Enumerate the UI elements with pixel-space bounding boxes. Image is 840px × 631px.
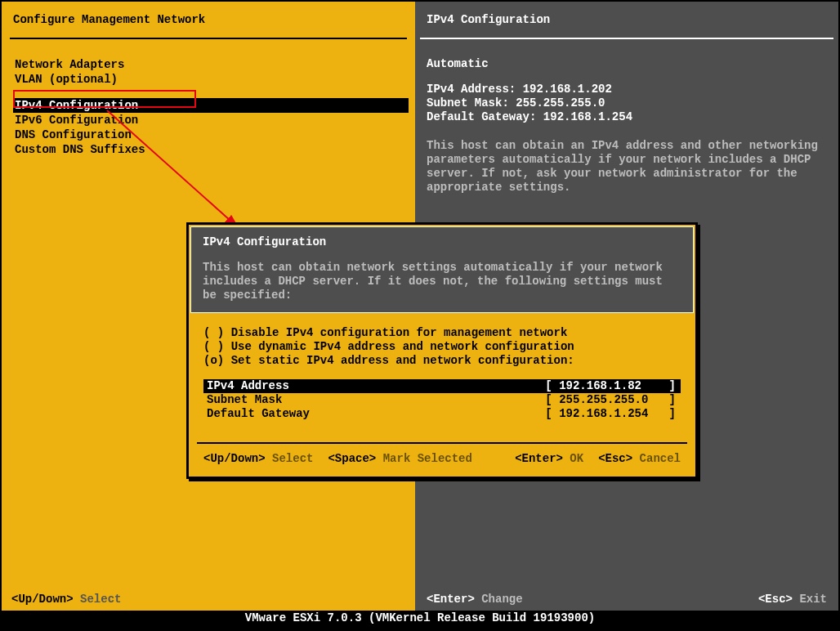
- right-footer-exit-key: <Esc>: [758, 593, 793, 606]
- right-footer-change-key: <Enter>: [427, 593, 475, 606]
- dialog-title: IPv4 Configuration: [203, 235, 681, 249]
- right-help-text: This host can obtain an IPv4 address and…: [427, 139, 827, 195]
- left-footer: <Up/Down> Select: [11, 593, 121, 606]
- right-info-block: Automatic IPv4 Address: 192.168.1.202 Su…: [415, 39, 838, 195]
- dialog-header: IPv4 Configuration This host can obtain …: [190, 226, 694, 313]
- menu-group-1: Network Adapters VLAN (optional) IPv4 Co…: [2, 39, 415, 157]
- menu-item-custom-dns[interactable]: Custom DNS Suffixes: [2, 142, 415, 157]
- field-ipv4-address-value[interactable]: [ 192.168.1.82 ]: [545, 379, 676, 393]
- left-footer-key: <Up/Down>: [11, 593, 74, 606]
- field-subnet-mask-label: Subnet Mask: [207, 393, 282, 407]
- ipv4-address-line: IPv4 Address: 192.168.1.202: [427, 83, 827, 96]
- menu-item-dns-config[interactable]: DNS Configuration: [2, 128, 415, 142]
- dialog-ok-button[interactable]: <Enter> OK: [515, 452, 583, 465]
- subnet-mask-line: Subnet Mask: 255.255.255.0: [427, 96, 827, 110]
- menu-item-vlan[interactable]: VLAN (optional): [2, 72, 415, 87]
- field-subnet-mask[interactable]: Subnet Mask [ 255.255.255.0 ]: [203, 393, 681, 407]
- field-table: IPv4 Address [ 192.168.1.82 ] Subnet Mas…: [203, 379, 681, 421]
- dialog-footer-updown: <Up/Down> Select: [203, 452, 313, 465]
- mode-label: Automatic: [427, 57, 827, 71]
- left-footer-action: Select: [80, 593, 121, 606]
- menu-item-ipv4-config[interactable]: IPv4 Configuration: [13, 98, 409, 113]
- menu-item-ipv6-config[interactable]: IPv6 Configuration: [2, 113, 415, 128]
- field-default-gateway[interactable]: Default Gateway [ 192.168.1.254 ]: [203, 407, 681, 421]
- dialog-footer-space: <Space> Mark Selected: [328, 452, 471, 465]
- radio-dynamic-ipv4[interactable]: ( ) Use dynamic IPv4 address and network…: [203, 340, 681, 354]
- default-gateway-label: Default Gateway:: [427, 110, 536, 123]
- left-panel-title: Configure Management Network: [2, 2, 415, 38]
- dialog-body: ( ) Disable IPv4 configuration for manag…: [189, 315, 695, 427]
- ipv4-address-label: IPv4 Address:: [427, 83, 516, 96]
- field-default-gateway-label: Default Gateway: [207, 407, 310, 421]
- field-default-gateway-value[interactable]: [ 192.168.1.254 ]: [545, 407, 676, 421]
- right-footer-exit[interactable]: <Esc> Exit: [758, 593, 827, 606]
- default-gateway-line: Default Gateway: 192.168.1.254: [427, 110, 827, 124]
- radio-static-ipv4[interactable]: (o) Set static IPv4 address and network …: [203, 354, 681, 368]
- field-subnet-mask-value[interactable]: [ 255.255.255.0 ]: [545, 393, 676, 407]
- status-bar: VMware ESXi 7.0.3 (VMKernel Release Buil…: [2, 611, 838, 627]
- radio-disable-ipv4[interactable]: ( ) Disable IPv4 configuration for manag…: [203, 326, 681, 340]
- dialog-footer: <Up/Down> Select <Space> Mark Selected <…: [189, 444, 695, 477]
- menu-item-network-adapters[interactable]: Network Adapters: [2, 57, 415, 72]
- dialog-help-text: This host can obtain network settings au…: [203, 261, 681, 302]
- subnet-mask-value: 255.255.255.0: [516, 96, 605, 110]
- right-footer-change-action: Change: [481, 593, 522, 606]
- right-panel-title: IPv4 Configuration: [415, 2, 838, 38]
- esxi-dcui-screen: Configure Management Network Network Ada…: [0, 0, 840, 631]
- default-gateway-value: 192.168.1.254: [543, 110, 632, 123]
- field-ipv4-address[interactable]: IPv4 Address [ 192.168.1.82 ]: [203, 379, 681, 393]
- right-footer-exit-action: Exit: [799, 593, 827, 606]
- subnet-mask-label: Subnet Mask:: [427, 96, 509, 110]
- field-ipv4-address-label: IPv4 Address: [207, 379, 289, 393]
- ipv4-config-dialog: IPv4 Configuration This host can obtain …: [186, 222, 698, 479]
- right-footer-change[interactable]: <Enter> Change: [427, 593, 523, 606]
- ipv4-address-value: 192.168.1.202: [523, 83, 612, 96]
- dialog-cancel-button[interactable]: <Esc> Cancel: [598, 452, 681, 465]
